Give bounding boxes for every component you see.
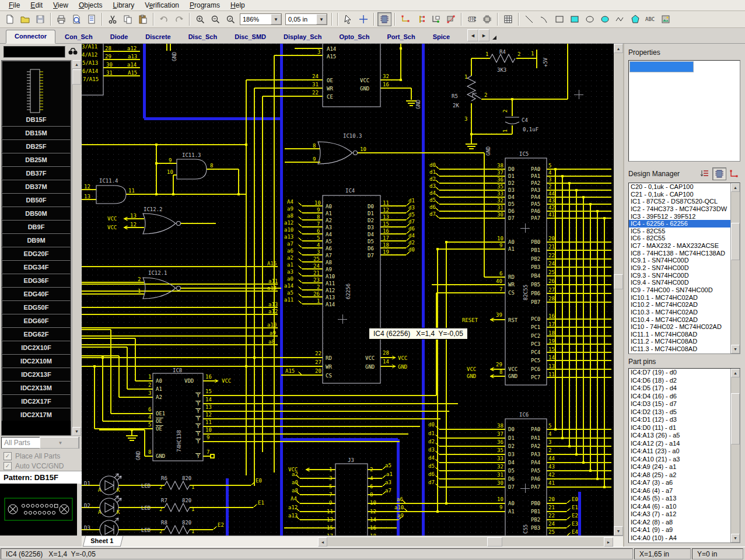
scroll-left-icon[interactable]: ◄ (318, 537, 327, 547)
tab-disc_sch[interactable]: Disc_Sch (180, 31, 226, 43)
canvas-vscroll-thumb[interactable] (614, 274, 623, 289)
tabs-corner-icon[interactable] (492, 36, 496, 40)
menu-file[interactable]: File (4, 0, 25, 10)
picture-icon[interactable] (659, 12, 673, 26)
design-manager-item[interactable]: IC9.4 - SN74HC00D (629, 279, 740, 286)
tab-diode[interactable]: Diode (102, 31, 137, 43)
place-component-icon[interactable] (377, 12, 391, 26)
crosshair-icon[interactable] (356, 12, 370, 26)
tabs-scroll-left-icon[interactable]: ◄ (467, 29, 478, 41)
part-item-edg34f[interactable]: EDG34F (2, 260, 71, 274)
components-view-icon[interactable] (712, 167, 726, 180)
part-pin-item[interactable]: IC4:A1 (9) - a9 (629, 526, 740, 534)
design-manager-item[interactable]: IC5 - 82C55 (629, 228, 740, 235)
design-manager-item[interactable]: IC3 - 39F512 - 39F512 (629, 213, 740, 220)
filled-ellipse-icon[interactable] (598, 12, 612, 26)
nets-view-icon[interactable] (727, 168, 740, 180)
schematic-canvas[interactable]: 3/A114/A125/A136/A147/A1528293031a12a13a… (82, 44, 614, 536)
save-icon[interactable] (33, 12, 47, 26)
place-bus-icon[interactable] (414, 12, 428, 26)
part-pin-item[interactable]: IC4:A13 (26) - a5 (629, 432, 740, 440)
design-manager-item[interactable]: IC1 - 87C52 - DS87C520-QCL (629, 198, 740, 205)
scroll-down-icon[interactable]: ▼ (731, 534, 740, 542)
part-pins-list[interactable]: IC4:D7 (19) - d0IC4:D6 (18) - d2IC4:D5 (… (628, 368, 740, 543)
part-pin-item[interactable]: IC4:A7 (3) - a6 (629, 479, 740, 487)
scroll-up-icon[interactable]: ▲ (614, 44, 623, 53)
tabs-scroll-right-icon[interactable]: ► (478, 29, 489, 41)
part-item-idc2x13m[interactable]: IDC2X13M (2, 381, 71, 394)
part-pin-item[interactable]: IC4:A10 (21) - a3 (629, 456, 740, 464)
tab-display_sch[interactable]: Display_Sch (275, 31, 330, 43)
part-pin-item[interactable]: IC4:D0 (11) - d1 (629, 424, 740, 432)
part-list-scroll-thumb[interactable] (72, 69, 81, 85)
zoom-window-icon[interactable] (223, 12, 237, 26)
part-item-edg60f[interactable]: EDG60F (2, 314, 71, 327)
all-parts-dropdown[interactable]: All Parts ▼ (1, 437, 79, 449)
menu-help[interactable]: Help (225, 0, 250, 10)
canvas-hscroll-thumb[interactable] (487, 537, 502, 547)
menu-programs[interactable]: Programs (184, 0, 225, 10)
part-pin-item[interactable]: IC4:D2 (13) - d5 (629, 408, 740, 416)
polygon-icon[interactable] (628, 12, 642, 26)
net-port-icon[interactable] (444, 12, 458, 26)
polyline-icon[interactable] (613, 12, 627, 26)
design-manager-item[interactable]: IC7 - MAX232 - MAX232ACSE (629, 242, 740, 250)
component-hc-icon[interactable]: HC (465, 12, 479, 26)
part-pin-item[interactable]: IC4:A3 (7) - a12 (629, 510, 740, 519)
design-manager-scrollbar[interactable]: ▲ ▼ (730, 183, 740, 354)
design-manager-item[interactable]: IC6 - 82C55 (629, 235, 740, 242)
tab-con_sch[interactable]: Con_Sch (57, 31, 101, 43)
part-item-db25f[interactable]: DB25F (2, 139, 71, 153)
all-parts-arrow-icon[interactable]: ▼ (40, 437, 79, 449)
part-pin-item[interactable]: IC4:A6 (4) - a7 (629, 487, 740, 495)
table-icon[interactable] (501, 12, 515, 26)
redo-icon[interactable] (172, 12, 186, 26)
part-item-db37f[interactable]: DB37F (2, 166, 71, 180)
cut-icon[interactable] (106, 12, 120, 26)
design-manager-item[interactable]: IC10.2 - MC74HC02AD (629, 301, 740, 309)
design-manager-item[interactable]: IC9.2 - SN74HC00D (629, 264, 740, 272)
design-manager-item[interactable]: IC8 - 74HC138 - MC74HC138AD (629, 250, 740, 257)
tab-spice[interactable]: Spice (425, 31, 458, 43)
grid-dropdown-arrow-icon[interactable]: ▼ (316, 14, 327, 24)
part-item-edg36f[interactable]: EDG36F (2, 274, 71, 287)
design-manager-item[interactable]: IC9 - 74HC00 - SN74HC00D (629, 286, 740, 294)
copy-icon[interactable] (121, 12, 135, 26)
part-pin-item[interactable]: IC4:A2 (8) - a8 (629, 519, 740, 527)
arc-icon[interactable] (537, 12, 551, 26)
part-pin-item[interactable]: IC4:RD (22) - RD (629, 542, 740, 543)
part-item-db37m[interactable]: DB37M (2, 180, 71, 193)
design-manager-item[interactable]: IC11.2 - MC74HC08AD (629, 338, 740, 345)
part-pins-scroll-thumb[interactable] (731, 393, 740, 444)
part-item-idc2x10f[interactable]: IDC2X10F (2, 341, 71, 354)
place-all-parts-checkbox[interactable]: ✓ Place All Parts (4, 452, 79, 461)
part-pin-item[interactable]: IC4:A4 (6) - a10 (629, 503, 740, 511)
bus-connection-icon[interactable] (429, 12, 443, 26)
canvas-vscrollbar[interactable]: ▲ ▼ (614, 44, 623, 536)
zoom-out-icon[interactable] (208, 12, 222, 26)
part-item-edg20f[interactable]: EDG20F (2, 247, 71, 260)
paste-icon[interactable] (136, 12, 150, 26)
part-item-idc2x10m[interactable]: IDC2X10M (2, 354, 71, 368)
part-pin-item[interactable]: IC4:A0 (10) - A4 (629, 534, 740, 542)
part-pin-item[interactable]: IC4:D7 (19) - d0 (629, 369, 740, 377)
search-input[interactable] (4, 46, 65, 58)
design-manager-list[interactable]: C20 - 0,1uk - CAP100C21 - 0,1uk - CAP100… (628, 183, 740, 354)
open-icon[interactable] (18, 12, 32, 26)
menu-edit[interactable]: Edit (25, 0, 48, 10)
part-item-db50m[interactable]: DB50M (2, 206, 71, 220)
menu-objects[interactable]: Objects (74, 0, 108, 10)
filled-rectangle-icon[interactable] (568, 12, 582, 26)
part-item-edg50f[interactable]: EDG50F (2, 300, 71, 314)
design-manager-item[interactable]: C20 - 0,1uk - CAP100 (629, 183, 740, 191)
properties-selected-cell[interactable] (629, 61, 694, 72)
part-pin-item[interactable]: IC4:D3 (15) - d7 (629, 400, 740, 408)
pattern-icon[interactable] (480, 12, 494, 26)
print-icon[interactable] (54, 12, 68, 26)
tab-connector[interactable]: Connector (6, 30, 55, 44)
design-manager-item[interactable]: C21 - 0,1uk - CAP100 (629, 191, 740, 198)
design-manager-item[interactable]: IC10.4 - MC74HC02AD (629, 316, 740, 324)
design-manager-item[interactable]: IC4 - 62256 - 62256 (629, 220, 740, 228)
scroll-down-icon[interactable]: ▼ (72, 427, 81, 436)
properties-grid[interactable] (628, 60, 740, 162)
